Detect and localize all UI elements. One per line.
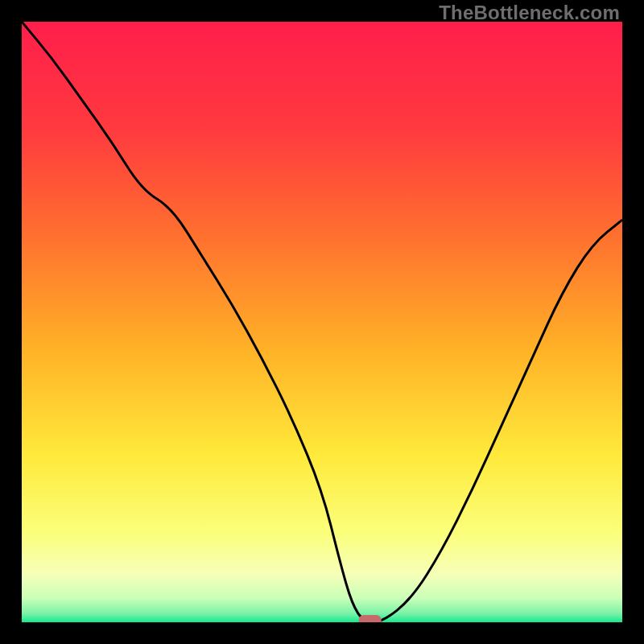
chart-frame: TheBottleneck.com	[0, 0, 644, 644]
plot-svg	[22, 22, 622, 622]
plot-area	[22, 22, 622, 622]
optimal-point-marker	[359, 615, 382, 622]
gradient-background	[22, 22, 622, 622]
watermark-text: TheBottleneck.com	[439, 2, 620, 24]
